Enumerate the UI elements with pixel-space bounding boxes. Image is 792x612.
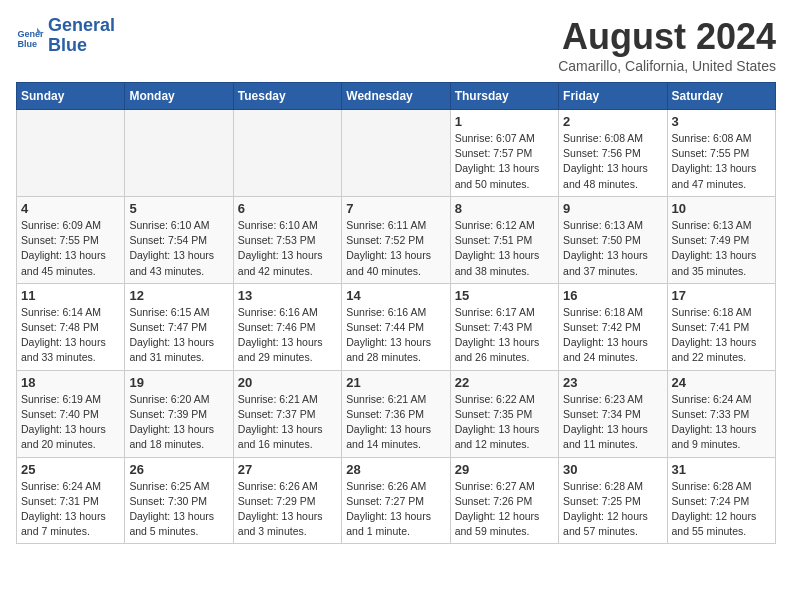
day-number: 1 xyxy=(455,114,554,129)
weekday-wednesday: Wednesday xyxy=(342,83,450,110)
day-info: Sunrise: 6:28 AM Sunset: 7:24 PM Dayligh… xyxy=(672,479,771,540)
calendar-cell-w2d5: 16Sunrise: 6:18 AM Sunset: 7:42 PM Dayli… xyxy=(559,283,667,370)
day-info: Sunrise: 6:18 AM Sunset: 7:41 PM Dayligh… xyxy=(672,305,771,366)
calendar-cell-w2d1: 12Sunrise: 6:15 AM Sunset: 7:47 PM Dayli… xyxy=(125,283,233,370)
day-info: Sunrise: 6:24 AM Sunset: 7:33 PM Dayligh… xyxy=(672,392,771,453)
calendar-cell-w1d1: 5Sunrise: 6:10 AM Sunset: 7:54 PM Daylig… xyxy=(125,196,233,283)
weekday-saturday: Saturday xyxy=(667,83,775,110)
day-info: Sunrise: 6:12 AM Sunset: 7:51 PM Dayligh… xyxy=(455,218,554,279)
day-info: Sunrise: 6:18 AM Sunset: 7:42 PM Dayligh… xyxy=(563,305,662,366)
day-info: Sunrise: 6:10 AM Sunset: 7:54 PM Dayligh… xyxy=(129,218,228,279)
calendar-cell-w3d1: 19Sunrise: 6:20 AM Sunset: 7:39 PM Dayli… xyxy=(125,370,233,457)
calendar-cell-w1d6: 10Sunrise: 6:13 AM Sunset: 7:49 PM Dayli… xyxy=(667,196,775,283)
logo: General Blue General Blue xyxy=(16,16,115,56)
calendar-cell-w4d3: 28Sunrise: 6:26 AM Sunset: 7:27 PM Dayli… xyxy=(342,457,450,544)
calendar-cell-w4d5: 30Sunrise: 6:28 AM Sunset: 7:25 PM Dayli… xyxy=(559,457,667,544)
calendar-cell-w3d3: 21Sunrise: 6:21 AM Sunset: 7:36 PM Dayli… xyxy=(342,370,450,457)
calendar-cell-w0d4: 1Sunrise: 6:07 AM Sunset: 7:57 PM Daylig… xyxy=(450,110,558,197)
day-number: 22 xyxy=(455,375,554,390)
day-number: 12 xyxy=(129,288,228,303)
calendar-cell-w4d2: 27Sunrise: 6:26 AM Sunset: 7:29 PM Dayli… xyxy=(233,457,341,544)
day-info: Sunrise: 6:13 AM Sunset: 7:50 PM Dayligh… xyxy=(563,218,662,279)
day-number: 19 xyxy=(129,375,228,390)
calendar-cell-w4d1: 26Sunrise: 6:25 AM Sunset: 7:30 PM Dayli… xyxy=(125,457,233,544)
day-info: Sunrise: 6:21 AM Sunset: 7:36 PM Dayligh… xyxy=(346,392,445,453)
day-number: 27 xyxy=(238,462,337,477)
day-info: Sunrise: 6:11 AM Sunset: 7:52 PM Dayligh… xyxy=(346,218,445,279)
calendar-cell-w2d0: 11Sunrise: 6:14 AM Sunset: 7:48 PM Dayli… xyxy=(17,283,125,370)
calendar-cell-w3d6: 24Sunrise: 6:24 AM Sunset: 7:33 PM Dayli… xyxy=(667,370,775,457)
day-info: Sunrise: 6:15 AM Sunset: 7:47 PM Dayligh… xyxy=(129,305,228,366)
day-info: Sunrise: 6:13 AM Sunset: 7:49 PM Dayligh… xyxy=(672,218,771,279)
day-info: Sunrise: 6:16 AM Sunset: 7:46 PM Dayligh… xyxy=(238,305,337,366)
day-number: 15 xyxy=(455,288,554,303)
day-number: 20 xyxy=(238,375,337,390)
calendar-cell-w0d5: 2Sunrise: 6:08 AM Sunset: 7:56 PM Daylig… xyxy=(559,110,667,197)
day-number: 25 xyxy=(21,462,120,477)
day-number: 18 xyxy=(21,375,120,390)
day-info: Sunrise: 6:22 AM Sunset: 7:35 PM Dayligh… xyxy=(455,392,554,453)
day-number: 23 xyxy=(563,375,662,390)
day-info: Sunrise: 6:26 AM Sunset: 7:27 PM Dayligh… xyxy=(346,479,445,540)
day-number: 3 xyxy=(672,114,771,129)
day-info: Sunrise: 6:08 AM Sunset: 7:56 PM Dayligh… xyxy=(563,131,662,192)
calendar-cell-w0d0 xyxy=(17,110,125,197)
calendar-cell-w4d0: 25Sunrise: 6:24 AM Sunset: 7:31 PM Dayli… xyxy=(17,457,125,544)
title-block: August 2024 Camarillo, California, Unite… xyxy=(558,16,776,74)
day-number: 11 xyxy=(21,288,120,303)
calendar-cell-w0d1 xyxy=(125,110,233,197)
location: Camarillo, California, United States xyxy=(558,58,776,74)
day-info: Sunrise: 6:27 AM Sunset: 7:26 PM Dayligh… xyxy=(455,479,554,540)
calendar-cell-w3d0: 18Sunrise: 6:19 AM Sunset: 7:40 PM Dayli… xyxy=(17,370,125,457)
calendar-body: 1Sunrise: 6:07 AM Sunset: 7:57 PM Daylig… xyxy=(17,110,776,544)
day-info: Sunrise: 6:19 AM Sunset: 7:40 PM Dayligh… xyxy=(21,392,120,453)
weekday-friday: Friday xyxy=(559,83,667,110)
day-number: 26 xyxy=(129,462,228,477)
day-number: 7 xyxy=(346,201,445,216)
day-number: 21 xyxy=(346,375,445,390)
calendar-cell-w1d5: 9Sunrise: 6:13 AM Sunset: 7:50 PM Daylig… xyxy=(559,196,667,283)
day-number: 29 xyxy=(455,462,554,477)
svg-text:Blue: Blue xyxy=(17,39,37,49)
calendar-cell-w3d5: 23Sunrise: 6:23 AM Sunset: 7:34 PM Dayli… xyxy=(559,370,667,457)
day-number: 31 xyxy=(672,462,771,477)
day-number: 24 xyxy=(672,375,771,390)
logo-icon: General Blue xyxy=(16,22,44,50)
day-number: 28 xyxy=(346,462,445,477)
week-row-1: 4Sunrise: 6:09 AM Sunset: 7:55 PM Daylig… xyxy=(17,196,776,283)
day-info: Sunrise: 6:09 AM Sunset: 7:55 PM Dayligh… xyxy=(21,218,120,279)
calendar-cell-w3d4: 22Sunrise: 6:22 AM Sunset: 7:35 PM Dayli… xyxy=(450,370,558,457)
day-info: Sunrise: 6:17 AM Sunset: 7:43 PM Dayligh… xyxy=(455,305,554,366)
day-info: Sunrise: 6:25 AM Sunset: 7:30 PM Dayligh… xyxy=(129,479,228,540)
day-info: Sunrise: 6:28 AM Sunset: 7:25 PM Dayligh… xyxy=(563,479,662,540)
calendar-cell-w0d3 xyxy=(342,110,450,197)
day-info: Sunrise: 6:26 AM Sunset: 7:29 PM Dayligh… xyxy=(238,479,337,540)
day-number: 9 xyxy=(563,201,662,216)
day-info: Sunrise: 6:16 AM Sunset: 7:44 PM Dayligh… xyxy=(346,305,445,366)
week-row-0: 1Sunrise: 6:07 AM Sunset: 7:57 PM Daylig… xyxy=(17,110,776,197)
day-number: 4 xyxy=(21,201,120,216)
week-row-4: 25Sunrise: 6:24 AM Sunset: 7:31 PM Dayli… xyxy=(17,457,776,544)
calendar-cell-w4d4: 29Sunrise: 6:27 AM Sunset: 7:26 PM Dayli… xyxy=(450,457,558,544)
calendar-cell-w1d4: 8Sunrise: 6:12 AM Sunset: 7:51 PM Daylig… xyxy=(450,196,558,283)
day-number: 8 xyxy=(455,201,554,216)
day-number: 30 xyxy=(563,462,662,477)
logo-text: General Blue xyxy=(48,16,115,56)
weekday-tuesday: Tuesday xyxy=(233,83,341,110)
calendar-cell-w2d3: 14Sunrise: 6:16 AM Sunset: 7:44 PM Dayli… xyxy=(342,283,450,370)
calendar-cell-w0d6: 3Sunrise: 6:08 AM Sunset: 7:55 PM Daylig… xyxy=(667,110,775,197)
day-number: 17 xyxy=(672,288,771,303)
day-number: 6 xyxy=(238,201,337,216)
day-number: 16 xyxy=(563,288,662,303)
calendar-cell-w1d2: 6Sunrise: 6:10 AM Sunset: 7:53 PM Daylig… xyxy=(233,196,341,283)
weekday-header-row: SundayMondayTuesdayWednesdayThursdayFrid… xyxy=(17,83,776,110)
weekday-monday: Monday xyxy=(125,83,233,110)
day-number: 14 xyxy=(346,288,445,303)
day-number: 2 xyxy=(563,114,662,129)
day-info: Sunrise: 6:07 AM Sunset: 7:57 PM Dayligh… xyxy=(455,131,554,192)
calendar: SundayMondayTuesdayWednesdayThursdayFrid… xyxy=(16,82,776,544)
calendar-cell-w1d3: 7Sunrise: 6:11 AM Sunset: 7:52 PM Daylig… xyxy=(342,196,450,283)
weekday-thursday: Thursday xyxy=(450,83,558,110)
day-info: Sunrise: 6:21 AM Sunset: 7:37 PM Dayligh… xyxy=(238,392,337,453)
calendar-cell-w1d0: 4Sunrise: 6:09 AM Sunset: 7:55 PM Daylig… xyxy=(17,196,125,283)
